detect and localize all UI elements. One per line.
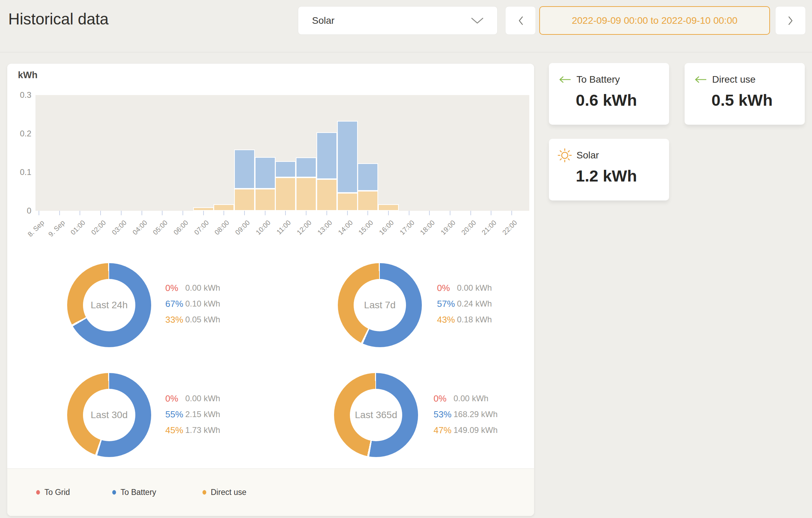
stat-percent: 43%	[437, 314, 457, 325]
stat-value: 0.00 kWh	[185, 283, 220, 293]
card-value: 0.5 kWh	[711, 91, 773, 110]
stat-value: 0.24 kWh	[457, 299, 492, 309]
stat-row-to-battery: 57%0.24 kWh	[437, 296, 492, 312]
legend-dot	[112, 490, 116, 495]
bar-11:00	[275, 161, 296, 211]
prev-range-button[interactable]	[505, 6, 536, 35]
card-label: Direct use	[712, 74, 756, 85]
top-bar: Historical data Solar 2022-09-09 00:00 t…	[0, 0, 812, 52]
summary-card-solar: Solar1.2 kWh	[549, 139, 669, 200]
bar-09:00	[234, 149, 255, 211]
chevron-down-icon	[471, 18, 483, 24]
chart-panel: kWh 00.10.20.3 8. Sep9. Sep01:0002:0003:…	[7, 64, 534, 516]
metric-select[interactable]: Solar	[298, 6, 498, 35]
stat-value: 1.73 kWh	[185, 425, 220, 435]
date-range-button[interactable]: 2022-09-09 00:00 to 2022-09-10 00:00	[539, 6, 770, 35]
donut-center-label: Last 30d	[67, 373, 151, 457]
bar-segment-direct-use	[214, 204, 234, 211]
bar-07:00	[193, 207, 214, 211]
stat-row-to-battery: 55%2.15 kWh	[165, 406, 220, 422]
x-tick	[59, 211, 60, 215]
stat-percent: 0%	[434, 393, 454, 404]
legend-item-to-grid[interactable]: To Grid	[36, 469, 70, 516]
stat-value: 0.00 kWh	[457, 283, 492, 293]
bar-segment-to-battery	[255, 157, 275, 189]
bar-segment-direct-use	[378, 204, 399, 211]
bar-segment-to-battery	[337, 121, 358, 193]
page-title: Historical data	[8, 10, 108, 28]
bar-segment-direct-use	[275, 177, 296, 211]
stat-percent: 0%	[437, 283, 457, 293]
stat-value: 0.18 kWh	[457, 315, 492, 324]
donut-stats-last-24h: 0%0.00 kWh67%0.10 kWh33%0.05 kWh	[165, 280, 220, 328]
x-tick	[347, 211, 348, 215]
x-tick	[306, 211, 306, 215]
stat-row-to-grid: 0%0.00 kWh	[437, 280, 492, 296]
bar-08:00	[214, 204, 234, 211]
chart-legend: To GridTo BatteryDirect use	[7, 468, 534, 516]
bar-segment-direct-use	[193, 207, 214, 211]
stat-row-to-battery: 53%168.29 kWh	[434, 406, 498, 422]
donut-stats-last-30d: 0%0.00 kWh55%2.15 kWh45%1.73 kWh	[165, 391, 220, 438]
stat-row-to-battery: 67%0.10 kWh	[165, 296, 220, 312]
bar-segment-direct-use	[337, 193, 358, 211]
y-tick-label: 0.3	[10, 90, 31, 100]
x-tick	[80, 211, 80, 215]
bar-segment-direct-use	[316, 179, 337, 211]
card-value: 1.2 kWh	[576, 166, 637, 185]
stat-value: 168.29 kWh	[454, 410, 498, 419]
bar-segment-to-battery	[296, 157, 316, 177]
x-tick	[285, 211, 286, 215]
donut-chart-last-30d: Last 30d	[67, 373, 151, 457]
chevron-left-icon	[518, 16, 523, 25]
stat-percent: 45%	[165, 425, 185, 436]
x-tick	[388, 211, 389, 215]
donut-chart-last-24h: Last 24h	[67, 263, 151, 347]
bar-segment-to-battery	[234, 149, 255, 189]
stat-value: 0.10 kWh	[185, 299, 220, 309]
x-tick	[491, 211, 491, 215]
stat-value: 0.00 kWh	[185, 394, 220, 403]
x-tick	[244, 211, 245, 215]
arrow-left-icon	[559, 76, 571, 83]
bar-13:00	[316, 132, 337, 211]
stat-row-to-grid: 0%0.00 kWh	[165, 280, 220, 296]
stat-value: 149.09 kWh	[454, 425, 498, 435]
stat-percent: 47%	[434, 425, 454, 436]
x-tick	[203, 211, 204, 215]
legend-label: To Grid	[44, 488, 70, 497]
y-tick-label: 0	[10, 206, 31, 216]
stat-percent: 0%	[165, 393, 185, 404]
sun-icon	[557, 148, 572, 163]
stat-percent: 53%	[434, 409, 454, 420]
donut-center-label: Last 365d	[334, 373, 418, 457]
chevron-right-icon	[788, 16, 793, 25]
donut-center-label: Last 24h	[67, 263, 151, 347]
bar-12:00	[296, 157, 316, 211]
summary-card-direct-use: Direct use0.5 kWh	[685, 63, 805, 125]
y-tick-label: 0.1	[10, 167, 31, 177]
x-tick	[511, 211, 512, 215]
x-tick	[39, 211, 39, 215]
bar-10:00	[255, 157, 275, 211]
card-label: To Battery	[576, 74, 620, 85]
donut-stats-last-7d: 0%0.00 kWh57%0.24 kWh43%0.18 kWh	[437, 280, 492, 328]
stat-value: 0.00 kWh	[454, 394, 488, 403]
legend-item-direct-use[interactable]: Direct use	[202, 469, 247, 516]
stat-value: 0.05 kWh	[185, 315, 220, 324]
next-range-button[interactable]	[775, 6, 806, 35]
legend-label: Direct use	[211, 488, 247, 497]
stat-percent: 55%	[165, 409, 185, 420]
bar-segment-direct-use	[357, 191, 378, 211]
bar-14:00	[337, 121, 358, 211]
stat-row-to-grid: 0%0.00 kWh	[434, 391, 498, 406]
stat-row-direct-use: 47%149.09 kWh	[434, 422, 498, 438]
x-tick	[100, 211, 101, 215]
summary-card-to-battery: To Battery0.6 kWh	[549, 63, 669, 125]
donut-center-label: Last 7d	[338, 263, 422, 347]
legend-dot	[202, 490, 206, 495]
y-axis-unit: kWh	[18, 70, 38, 81]
legend-item-to-battery[interactable]: To Battery	[112, 469, 156, 516]
x-tick	[265, 211, 266, 215]
donut-stats-last-365d: 0%0.00 kWh53%168.29 kWh47%149.09 kWh	[434, 391, 498, 438]
